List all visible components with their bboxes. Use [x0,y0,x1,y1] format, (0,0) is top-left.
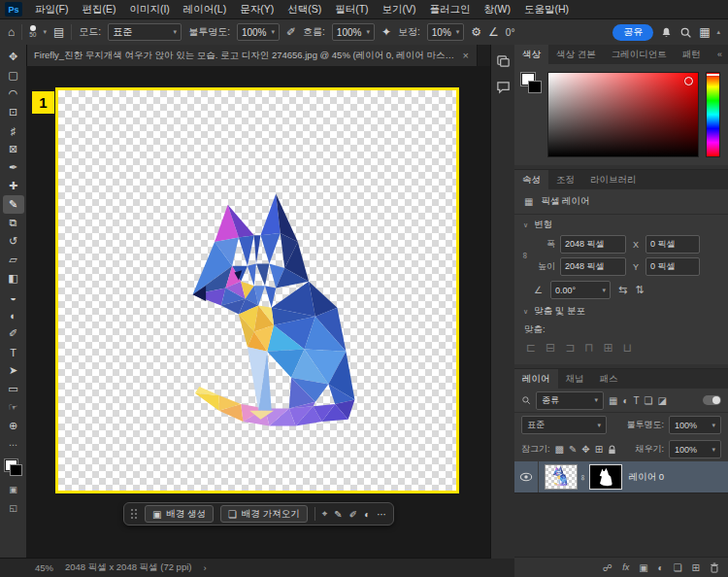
tab-channels[interactable]: 채널 [558,369,592,389]
tab-swatches[interactable]: 색상 견본 [548,45,604,64]
more-options-icon[interactable]: ⋯ [377,509,386,520]
edit-toolbar-icon[interactable]: ⋯ [3,435,24,454]
tab-paths[interactable]: 패스 [592,369,626,389]
layer-name[interactable]: 레이어 0 [629,471,664,484]
brush-icon[interactable]: ✎ [334,509,342,520]
background-color-swatch[interactable] [528,81,542,93]
workspace-switcher-icon[interactable]: ▦ [699,25,710,39]
pen-tool[interactable]: ✐ [3,324,24,343]
menu-edit[interactable]: 편집(E) [75,0,122,18]
menu-plugins[interactable]: 플러그인 [423,0,478,18]
type-tool[interactable]: T [3,343,24,361]
x-field[interactable]: 0 픽셀 [645,235,700,254]
search-icon[interactable] [679,26,692,39]
lock-artboard-icon[interactable]: ⊞ [595,444,603,455]
layer-mask-thumbnail[interactable] [589,464,622,490]
tab-libraries[interactable]: 라이브러리 [582,170,645,189]
zoom-level[interactable]: 45% [35,562,53,573]
move-tool[interactable]: ✥ [3,48,24,66]
dodge-tool[interactable]: ◐ [3,306,24,324]
new-group-icon[interactable]: ❏ [674,562,682,573]
screen-mode-icon[interactable]: ◱ [3,498,24,517]
import-background-button[interactable]: ❏ 배경 가져오기 [220,505,308,523]
hue-slider[interactable] [706,72,720,157]
menu-image[interactable]: 이미지(I) [122,0,176,18]
marquee-tool[interactable]: ▢ [3,66,24,85]
angle-field[interactable]: 0.00° ▾ [550,281,611,299]
align-left-icon[interactable]: ⊏ [526,341,536,355]
link-layers-icon[interactable]: ☍ [603,562,612,573]
y-field[interactable]: 0 픽셀 [645,257,700,276]
comments-panel-icon[interactable] [496,80,511,94]
lock-pixels-icon[interactable]: ✎ [569,444,577,455]
adjustment-layer-icon[interactable]: ◐ [658,562,664,573]
brush-tool[interactable]: ✎ [3,195,24,214]
align-bottom-icon[interactable]: ⊔ [623,341,632,355]
gear-icon[interactable]: ⚙ [471,25,481,39]
menu-filter[interactable]: 필터(T) [328,0,375,18]
tab-patterns[interactable]: 패턴 [675,45,709,64]
new-layer-icon[interactable]: ⊞ [692,562,700,573]
airbrush-icon[interactable]: ✦ [381,25,391,39]
delete-layer-icon[interactable] [710,562,719,573]
flip-horizontal-icon[interactable]: ⇆ [618,284,627,296]
opacity-dropdown[interactable]: 100% ▾ [237,23,280,41]
layer-opacity-field[interactable]: 100% ▾ [669,416,721,434]
history-panel-icon[interactable] [496,53,511,68]
layer-row[interactable]: ∞ 레이어 0 [514,461,728,493]
layer-effects-icon[interactable]: fx [622,562,629,572]
clone-stamp-tool[interactable]: ⧉ [3,214,24,232]
width-field[interactable]: 2048 픽셀 [560,235,626,254]
chevron-down-icon[interactable]: ▾ [43,28,47,36]
select-subject-icon[interactable]: ⌖ [322,508,328,520]
visibility-toggle[interactable] [514,461,539,492]
background-color-swatch[interactable] [10,464,22,476]
hand-tool[interactable]: ☞ [3,398,24,417]
share-button[interactable]: 공유 [612,24,653,41]
transform-section-header[interactable]: ∨ 변형 [514,215,728,235]
path-selection-tool[interactable]: ➤ [3,361,24,380]
chevron-right-icon[interactable]: › [203,562,206,573]
saturation-brightness-picker[interactable] [547,72,699,157]
align-h-center-icon[interactable]: ⊟ [546,341,555,355]
link-dimensions-icon[interactable]: ∞ [520,249,530,262]
align-right-icon[interactable]: ⊐ [565,341,575,355]
mode-dropdown[interactable]: 표준 ▾ [108,23,182,41]
object-selection-tool[interactable]: ⊡ [3,103,24,121]
frame-tool[interactable]: ⊠ [3,140,24,158]
gradient-tool[interactable]: ◧ [3,269,24,288]
tab-color[interactable]: 색상 [514,45,548,64]
pen-pressure-icon[interactable]: ✐ [286,25,296,39]
generate-background-button[interactable]: ▣ 배경 생성 [145,505,214,523]
collapse-dock-icon[interactable]: « [711,45,728,64]
filter-type-dropdown[interactable]: 종류 ▾ [536,391,604,410]
menu-view[interactable]: 보기(V) [376,0,423,18]
document-canvas[interactable] [55,87,459,493]
blur-tool[interactable]: ◒ [3,288,24,306]
zoom-tool[interactable]: ⊕ [3,417,24,435]
color-picker-ring[interactable] [684,77,693,85]
hue-slider-handle[interactable] [707,74,719,76]
crop-tool[interactable]: ♯ [3,121,24,140]
filter-toggle-switch[interactable] [703,395,721,405]
filter-shape-layers-icon[interactable]: ❏ [645,395,653,406]
lock-transparency-icon[interactable]: ▩ [555,444,564,455]
quick-mask-icon[interactable]: ▣ [3,480,24,498]
brush-preset-picker[interactable]: 50 [29,25,36,39]
home-icon[interactable]: ⌂ [8,25,15,39]
tab-gradients[interactable]: 그레이디언트 [604,45,675,64]
lock-all-icon[interactable] [608,445,616,455]
adjustment-icon[interactable]: ◐ [364,509,370,520]
menu-window[interactable]: 창(W) [478,0,517,18]
lasso-tool[interactable]: ◠ [3,85,24,103]
smoothing-dropdown[interactable]: 10% ▾ [427,23,465,41]
bell-icon[interactable] [660,26,673,39]
menu-type[interactable]: 문자(Y) [233,0,281,18]
close-icon[interactable]: × [463,50,469,61]
chevron-up-icon[interactable]: ▴ [716,28,720,36]
height-field[interactable]: 2048 픽셀 [560,257,626,276]
menu-layer[interactable]: 레이어(L) [177,0,233,18]
add-mask-icon[interactable]: ▣ [639,562,647,573]
tab-properties[interactable]: 속성 [514,170,548,189]
tab-layers[interactable]: 레이어 [514,369,558,389]
